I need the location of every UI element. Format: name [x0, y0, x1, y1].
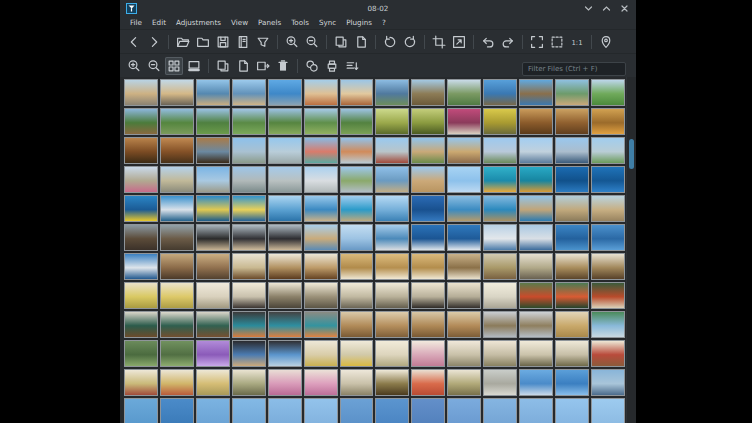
thumbnail[interactable] — [160, 340, 194, 367]
thumbnail[interactable] — [232, 369, 266, 396]
thumbnail[interactable] — [196, 224, 230, 251]
thumbnail[interactable] — [447, 224, 481, 251]
thumbnail[interactable] — [304, 137, 338, 164]
paste-file-button[interactable] — [234, 57, 252, 75]
thumbnail[interactable] — [160, 369, 194, 396]
thumbnail[interactable] — [519, 369, 553, 396]
thumbnail[interactable] — [232, 224, 266, 251]
filter-funnel-button[interactable] — [254, 33, 272, 51]
thumbnail[interactable] — [268, 282, 302, 309]
thumbnail[interactable] — [340, 224, 374, 251]
thumbnail[interactable] — [411, 166, 445, 193]
thumbnail[interactable] — [519, 282, 553, 309]
thumbnail[interactable] — [555, 79, 589, 106]
thumbnail[interactable] — [340, 195, 374, 222]
thumbnail[interactable] — [519, 195, 553, 222]
menu-item-edit[interactable]: Edit — [147, 17, 171, 29]
map-pin-button[interactable] — [597, 33, 615, 51]
thumbnail[interactable] — [591, 253, 625, 280]
thumbnail[interactable] — [232, 398, 266, 423]
journal-button[interactable] — [234, 33, 252, 51]
thumbnail[interactable] — [483, 79, 517, 106]
thumbnail[interactable] — [411, 340, 445, 367]
thumbnail[interactable] — [196, 253, 230, 280]
thumbnail[interactable] — [160, 79, 194, 106]
thumbnail[interactable] — [591, 282, 625, 309]
thumbnail[interactable] — [196, 108, 230, 135]
thumbnail[interactable] — [268, 369, 302, 396]
thumbnail[interactable] — [124, 108, 158, 135]
vertical-scrollbar[interactable] — [626, 77, 636, 423]
thumbnail[interactable] — [483, 166, 517, 193]
thumbnail[interactable] — [304, 282, 338, 309]
thumbnail[interactable] — [340, 369, 374, 396]
thumbnail[interactable] — [375, 311, 409, 338]
thumbnail[interactable] — [555, 340, 589, 367]
thumbnail[interactable] — [304, 79, 338, 106]
thumbnail[interactable] — [304, 340, 338, 367]
single-view-button[interactable] — [185, 57, 203, 75]
thumbnail[interactable] — [124, 195, 158, 222]
thumbnail[interactable] — [375, 398, 409, 423]
thumbnail[interactable] — [555, 253, 589, 280]
thumbnail[interactable] — [268, 253, 302, 280]
thumbnail[interactable] — [160, 253, 194, 280]
thumbnail[interactable] — [124, 253, 158, 280]
thumbnail[interactable] — [340, 398, 374, 423]
thumbnail[interactable] — [375, 253, 409, 280]
thumbnail[interactable] — [555, 398, 589, 423]
thumbnail[interactable] — [519, 311, 553, 338]
thumbnail[interactable] — [375, 137, 409, 164]
thumbnail[interactable] — [196, 195, 230, 222]
thumbnail[interactable] — [591, 195, 625, 222]
thumbnail[interactable] — [555, 108, 589, 135]
thumbnail[interactable] — [304, 224, 338, 251]
thumbnail[interactable] — [124, 282, 158, 309]
thumbnail[interactable] — [232, 137, 266, 164]
rotate-ccw-button[interactable] — [381, 33, 399, 51]
thumbnail[interactable] — [447, 282, 481, 309]
close-button[interactable] — [619, 3, 630, 14]
frameless-button[interactable] — [548, 33, 566, 51]
copy-button[interactable] — [332, 33, 350, 51]
thumbnail[interactable] — [304, 253, 338, 280]
thumbnail[interactable] — [447, 311, 481, 338]
thumbnail[interactable] — [447, 108, 481, 135]
thumbnail[interactable] — [447, 340, 481, 367]
thumbnail[interactable] — [160, 137, 194, 164]
thumbnail[interactable] — [411, 369, 445, 396]
thumbnail[interactable] — [268, 108, 302, 135]
thumbnail[interactable] — [196, 137, 230, 164]
folder-button[interactable] — [194, 33, 212, 51]
thumbnail[interactable] — [268, 340, 302, 367]
thumbnail[interactable] — [196, 166, 230, 193]
thumbnail[interactable] — [411, 137, 445, 164]
menu-item-tools[interactable]: Tools — [286, 17, 314, 29]
paste-button[interactable] — [352, 33, 370, 51]
minimize-button[interactable] — [583, 3, 594, 14]
thumbnail[interactable] — [124, 398, 158, 423]
thumbnail[interactable] — [232, 79, 266, 106]
thumbnail[interactable] — [447, 79, 481, 106]
thumbnail[interactable] — [160, 108, 194, 135]
thumbnail[interactable] — [124, 340, 158, 367]
thumbnail[interactable] — [375, 79, 409, 106]
thumbnail[interactable] — [232, 282, 266, 309]
thumbnail[interactable] — [519, 253, 553, 280]
filter-files-input[interactable] — [522, 62, 626, 76]
thumbnail[interactable] — [591, 79, 625, 106]
thumbnail[interactable] — [160, 166, 194, 193]
thumbnail[interactable] — [591, 369, 625, 396]
thumbnail[interactable] — [411, 195, 445, 222]
thumbnail[interactable] — [411, 253, 445, 280]
thumbnail[interactable] — [519, 398, 553, 423]
thumbnail[interactable] — [232, 108, 266, 135]
scrollbar-thumb[interactable] — [629, 139, 634, 169]
thumbnail[interactable] — [232, 166, 266, 193]
thumbnail[interactable] — [447, 195, 481, 222]
thumbnail[interactable] — [124, 166, 158, 193]
thumbnail[interactable] — [483, 311, 517, 338]
thumbnail[interactable] — [519, 340, 553, 367]
thumbnail[interactable] — [124, 79, 158, 106]
thumbnail[interactable] — [555, 166, 589, 193]
